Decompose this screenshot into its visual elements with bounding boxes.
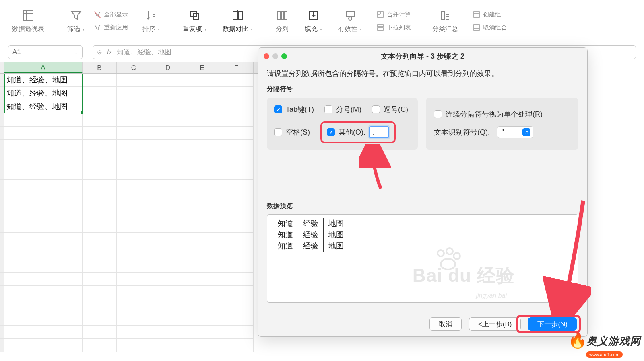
show-all-icon <box>93 10 101 18</box>
col-header-d[interactable]: D <box>151 62 185 73</box>
svg-rect-14 <box>441 11 444 19</box>
group-icon <box>473 10 481 18</box>
col-header-a[interactable]: A <box>4 62 83 73</box>
name-box[interactable]: A1 ⌄ <box>8 45 83 59</box>
svg-rect-15 <box>474 12 479 17</box>
filter-label: 筛选 <box>67 25 85 33</box>
pivot-label: 数据透视表 <box>12 25 44 33</box>
consolidate-icon <box>376 10 384 18</box>
delimiter-comma[interactable]: 逗号(C) <box>372 105 408 114</box>
grid[interactable]: 知道、经验、地图 知道、经验、地图 知道、经验、地图 <box>0 74 258 352</box>
flame-icon: 🔥 <box>568 331 584 351</box>
cancel-button[interactable]: 取消 <box>429 317 462 331</box>
duplicates-label: 重复项 <box>183 25 206 33</box>
sort-button[interactable]: 排序 <box>139 7 163 35</box>
svg-rect-13 <box>378 28 383 30</box>
preview-table: 知道经验地图 知道经验地图 知道经验地图 <box>273 218 349 252</box>
dialog-description: 请设置分列数据所包含的分隔符号。在预览窗口内可以看到分列的效果。 <box>267 69 578 78</box>
spreadsheet: A B C D E F 知道、经验、地图 知道、经验、地图 知道、经验、地图 <box>0 62 258 361</box>
column-headers: A B C D E F <box>0 62 258 74</box>
svg-rect-5 <box>277 11 281 19</box>
cell-a1[interactable]: 知道、经验、地图 <box>4 74 83 87</box>
checkbox-icon <box>274 128 282 136</box>
chevron-down-icon: ⌄ <box>74 49 78 55</box>
dialog-buttons: 取消 <上一步(B) 下一步(N) <box>429 317 577 331</box>
col-header-e[interactable]: E <box>185 62 219 73</box>
checkbox-checked-icon: ✓ <box>327 128 335 136</box>
site-badge: 🔥 奥义游戏网 www.aoe1.com <box>568 331 641 358</box>
delimiter-tab[interactable]: ✓Tab键(T) <box>274 105 314 114</box>
svg-point-10 <box>349 17 352 20</box>
preview-box: 知道经验地图 知道经验地图 知道经验地图 <box>267 214 578 303</box>
show-all-button[interactable]: 全部显示 <box>92 10 130 19</box>
dialog-titlebar[interactable]: 文本分列向导 - 3 步骤之 2 <box>258 48 587 65</box>
pivot-table-button[interactable]: 数据透视表 <box>9 7 47 35</box>
pivot-icon <box>22 9 35 22</box>
ungroup-label: 取消组合 <box>483 24 507 31</box>
filter-icon <box>70 9 83 22</box>
table-row: 知道经验地图 <box>273 229 349 240</box>
next-button[interactable]: 下一步(N) <box>528 317 577 331</box>
show-all-label: 全部显示 <box>104 11 128 18</box>
fill-label: 填充 <box>305 25 322 33</box>
validation-icon <box>344 9 357 22</box>
minimize-button[interactable] <box>272 53 278 59</box>
cell-a3[interactable]: 知道、经验、地图 <box>4 100 83 113</box>
checkbox-checked-icon: ✓ <box>274 105 282 113</box>
svg-rect-16 <box>474 25 479 30</box>
site-domain: www.aoe1.com <box>586 351 623 358</box>
svg-rect-6 <box>281 11 284 19</box>
svg-rect-3 <box>233 11 237 19</box>
consolidate-button[interactable]: 合并计算 <box>375 10 413 19</box>
compare-button[interactable]: 数据对比 <box>219 7 256 35</box>
ungroup-icon <box>473 23 481 31</box>
consolidate-label: 合并计算 <box>387 11 411 18</box>
close-button[interactable] <box>264 53 269 59</box>
site-name: 奥义游戏网 <box>586 334 641 348</box>
delimiter-other[interactable]: ✓其他(O): <box>327 127 365 137</box>
cell-a2[interactable]: 知道、经验、地图 <box>4 87 83 100</box>
fill-button[interactable]: 填充 <box>301 7 325 35</box>
text-to-columns-dialog: 文本分列向导 - 3 步骤之 2 请设置分列数据所包含的分隔符号。在预览窗口内可… <box>258 47 588 337</box>
duplicates-icon <box>188 9 201 22</box>
delimiters-panel: ✓Tab键(T) 分号(M) 逗号(C) 空格(S) ✓其他(O): 、 <box>267 98 418 150</box>
delimiter-other-highlight: ✓其他(O): 、 <box>320 121 396 143</box>
delimiter-other-input[interactable]: 、 <box>369 126 389 138</box>
cancel-fx-icon: ⊝ <box>97 49 102 56</box>
duplicates-button[interactable]: 重复项 <box>180 7 210 35</box>
reapply-button[interactable]: 重新应用 <box>92 23 130 32</box>
preview-title: 数据预览 <box>267 202 578 210</box>
subtotal-label: 分类汇总 <box>432 25 458 33</box>
fill-icon <box>307 9 320 22</box>
split-label: 分列 <box>276 25 289 33</box>
dialog-title: 文本分列向导 - 3 步骤之 2 <box>381 51 464 61</box>
consecutive-delimiters[interactable]: 连续分隔符号视为单个处理(R) <box>434 109 570 119</box>
window-controls <box>264 53 287 59</box>
dropdown-list-button[interactable]: 下拉列表 <box>375 23 413 32</box>
delimiter-semicolon[interactable]: 分号(M) <box>324 105 361 114</box>
text-qualifier-label: 文本识别符号(Q): <box>434 127 490 137</box>
col-header-c[interactable]: C <box>117 62 151 73</box>
svg-rect-4 <box>239 11 243 19</box>
name-box-value: A1 <box>12 48 21 56</box>
col-header-f[interactable]: F <box>219 62 254 73</box>
select-all-corner[interactable] <box>0 62 4 73</box>
ribbon-toolbar: 数据透视表 筛选 全部显示 重新应用 排序 <box>0 0 644 42</box>
split-column-button[interactable]: 分列 <box>272 7 292 35</box>
reapply-icon <box>93 23 101 31</box>
group-button[interactable]: 创建组 <box>471 10 509 19</box>
validation-label: 有效性 <box>338 25 362 33</box>
delimiter-space[interactable]: 空格(S) <box>274 127 310 137</box>
subtotal-button[interactable]: 分类汇总 <box>429 7 461 35</box>
maximize-button[interactable] <box>281 53 287 59</box>
sort-label: 排序 <box>142 25 160 33</box>
formula-content: 知道、经验、地图 <box>117 47 171 57</box>
compare-label: 数据对比 <box>223 25 253 33</box>
options-panel: 连续分隔符号视为单个处理(R) 文本识别符号(Q): " ⇵ <box>426 98 578 150</box>
text-qualifier-select[interactable]: " ⇵ <box>497 126 533 138</box>
ungroup-button[interactable]: 取消组合 <box>471 23 509 32</box>
filter-button[interactable]: 筛选 <box>64 7 88 35</box>
validation-button[interactable]: 有效性 <box>335 7 365 35</box>
col-header-b[interactable]: B <box>83 62 117 73</box>
back-button[interactable]: <上一步(B) <box>469 317 521 331</box>
